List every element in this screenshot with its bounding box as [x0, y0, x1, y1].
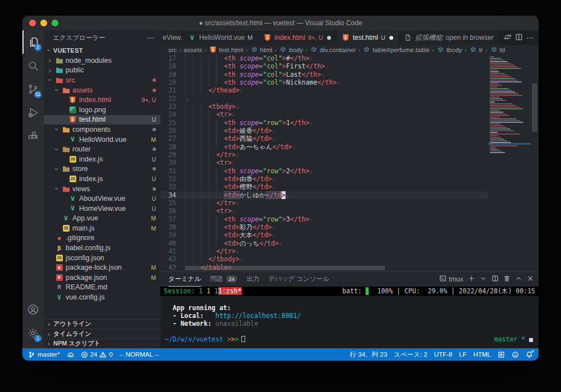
eol-status[interactable]: LF	[459, 348, 466, 361]
tree-item-package.json[interactable]: npackage.jsonM	[44, 273, 160, 283]
code-line-18[interactable]: 18 <th scope="col">First</th>↓	[160, 62, 488, 70]
code-line-22[interactable]: 22↓	[160, 95, 488, 103]
tree-item-components[interactable]: ›components	[44, 124, 160, 135]
maximize-panel-icon[interactable]	[515, 275, 522, 284]
code-line-25[interactable]: 25 <th scope="row">1</th>↓	[160, 119, 488, 127]
code-line-31[interactable]: 31 <th scope="row">2</th>↓	[160, 167, 488, 175]
tree-item-test.html[interactable]: 5test.htmlU	[44, 115, 160, 125]
kill-terminal-icon[interactable]	[503, 275, 511, 284]
activity-extensions-icon[interactable]	[22, 124, 44, 148]
branch-status[interactable]: master*	[28, 348, 60, 361]
language-mode-status[interactable]: HTML	[473, 348, 491, 361]
tree-item-main.js[interactable]: JSmain.jsM	[44, 223, 160, 233]
breadcrumb-item-tbody[interactable]: tbody	[436, 46, 462, 54]
tree-item-index.js[interactable]: JSindex.jsU	[44, 174, 160, 184]
tab-index.html[interactable]: 5index.html9+, U	[258, 30, 336, 45]
open-preview-button[interactable]	[498, 348, 505, 361]
tree-item-store[interactable]: ›store	[44, 164, 160, 174]
tab-test.html[interactable]: 5test.htmlU	[337, 30, 399, 45]
code-line-21[interactable]: 21 </thead>↓	[160, 86, 488, 94]
close-window-button[interactable]	[29, 20, 36, 26]
code-line-36[interactable]: 36 <tr>↓	[160, 207, 488, 215]
code-line-24[interactable]: 24 <tr>↓	[160, 110, 488, 118]
horizontal-scrollbar[interactable]	[185, 266, 488, 270]
code-line-27[interactable]: 27 <td>西脇</td>↓	[160, 135, 488, 142]
code-line-28[interactable]: 28 <td>あ〜ちゃん</td>↓	[160, 143, 488, 151]
split-terminal-icon[interactable]	[491, 275, 499, 284]
tree-item-vue.config.js[interactable]: Vvue.config.js	[44, 292, 160, 302]
tree-item-index.html[interactable]: 5index.html9+, U	[44, 95, 160, 105]
tree-item-router[interactable]: ›router	[44, 144, 160, 154]
indentation-status[interactable]: スペース: 2	[394, 348, 427, 361]
activity-settings-icon[interactable]: 1	[22, 321, 44, 345]
split-editor-icon[interactable]	[515, 33, 523, 43]
code-line-34[interactable]: 34 <td>かしゆか</td>↓	[160, 191, 488, 199]
code-line-29[interactable]: 29 </tr>↓	[160, 151, 488, 159]
code-line-35[interactable]: 35 </tr>↓	[160, 199, 488, 207]
code-line-20[interactable]: 20 <th scope="col">Nickname</th>↓	[160, 79, 488, 86]
breadcrumb-item-assets[interactable]: assets	[183, 47, 202, 53]
cursor-position-status[interactable]: 行 34、列 23	[350, 348, 387, 361]
new-terminal-icon[interactable]	[468, 275, 475, 284]
breadcrumb-item-test.html[interactable]: 5test.html	[209, 46, 243, 54]
tree-item-assets[interactable]: ›assets	[44, 85, 160, 95]
breadcrumb-item-td[interactable]: td	[490, 46, 505, 54]
tree-item-HomeView.vue[interactable]: VHomeView.vueU	[44, 204, 160, 214]
terminal-prompt[interactable]: ~/D/w/v/vuetest >>>master * ■	[160, 335, 539, 343]
tree-item-src[interactable]: ›src	[44, 75, 160, 85]
tree-item-App.vue[interactable]: VApp.vueM	[44, 214, 160, 224]
more-actions-icon[interactable]: ⋯	[147, 33, 155, 42]
vertical-scrollbar-thumb[interactable]	[532, 84, 537, 132]
breadcrumb-item-html[interactable]: html	[250, 46, 273, 54]
activity-run-debug-icon[interactable]	[22, 101, 44, 124]
code-line-19[interactable]: 19 <th scope="col">Last</th>↓	[160, 71, 488, 79]
code-line-33[interactable]: 33 <td>樫野</td>↓	[160, 183, 488, 191]
breadcrumb-item-div.container[interactable]: div.container	[310, 46, 356, 54]
tree-item-AboutView.vue[interactable]: VAboutView.vueU	[44, 193, 160, 204]
panel-tab-ターミナル[interactable]: ターミナル	[168, 272, 201, 287]
tree-item-logo.png[interactable]: logo.png	[44, 105, 160, 115]
code-line-39[interactable]: 39 <td>大本</td>↓	[160, 231, 488, 239]
tab-eView.vue[interactable]: eView.vueU	[160, 30, 183, 45]
terminal[interactable]: Session: 1 1 11:zsh*batt: ▊ 100% | CPU: …	[160, 287, 539, 348]
tree-root-vuetest[interactable]: › VUETEST	[44, 45, 160, 56]
notifications-button[interactable]	[526, 348, 533, 361]
publish-button[interactable]	[67, 348, 74, 361]
tree-item-README.md[interactable]: MREADME.md	[44, 283, 160, 293]
code-line-23[interactable]: 23 <tbody>↓	[160, 103, 488, 110]
more-actions-icon[interactable]: ⋯	[526, 33, 534, 42]
tree-item-views[interactable]: ›views	[44, 184, 160, 194]
close-panel-icon[interactable]	[527, 275, 534, 284]
code-line-30[interactable]: 30 <tr>↓	[160, 159, 488, 167]
breadcrumb-item-src[interactable]: src	[168, 47, 177, 53]
panel-tab-出力[interactable]: 出力	[246, 272, 259, 287]
launch-profile-icon[interactable]	[480, 275, 487, 284]
vertical-scrollbar[interactable]	[531, 54, 539, 271]
code-line-38[interactable]: 38 <td>彩乃</td>↓	[160, 223, 488, 231]
minimap[interactable]	[488, 54, 531, 271]
tab-openinbrowser[interactable]: 拡張機能: open in browser	[399, 30, 499, 45]
tree-item-node_modules[interactable]: ›node_modules	[44, 56, 160, 66]
breadcrumb-item-tr[interactable]: tr	[469, 46, 483, 54]
code-line-40[interactable]: 40 <td>のっち</td>↓	[160, 239, 488, 247]
zoom-window-button[interactable]	[52, 20, 58, 26]
problems-status[interactable]: 24 0	[81, 348, 113, 361]
code-line-17[interactable]: 17 <th scope="col">#</th>↓	[160, 54, 488, 62]
code-editor[interactable]: 17 <th scope="col">#</th>↓18 <th scope="…	[160, 54, 539, 271]
tree-item-public[interactable]: ›public	[44, 66, 160, 76]
panel-tab-デバッグ コンソール[interactable]: デバッグ コンソール	[268, 272, 329, 287]
activity-search-icon[interactable]	[22, 54, 44, 77]
code-line-42[interactable]: 42 </tbody>↓	[160, 255, 488, 263]
feedback-button[interactable]	[512, 348, 519, 361]
shell-selector[interactable]: tmux	[439, 275, 463, 284]
sidebar-section-1[interactable]: ›タイムライン	[44, 329, 160, 339]
tree-item-.gitignore[interactable]: ◆.gitignore	[44, 233, 160, 243]
tree-item-index.js[interactable]: JSindex.jsU	[44, 154, 160, 164]
tree-item-babel.config.js[interactable]: βbabel.config.js	[44, 243, 160, 253]
tree-item-jsconfig.json[interactable]: JSjsconfig.json	[44, 253, 160, 263]
dirty-indicator[interactable]	[327, 36, 331, 40]
breadcrumb-item-body[interactable]: body	[279, 46, 303, 54]
tree-item-package-lock.json[interactable]: npackage-lock.jsonM	[44, 262, 160, 273]
horizontal-scrollbar-thumb[interactable]	[185, 266, 385, 270]
tab-HelloWorld.vue[interactable]: VHelloWorld.vueM	[183, 30, 258, 45]
